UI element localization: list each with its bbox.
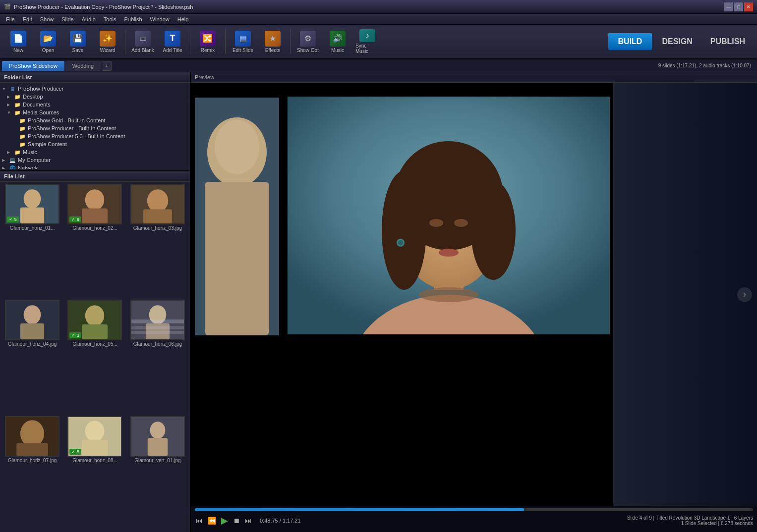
toolbar-new[interactable]: 📄 New: [4, 27, 33, 56]
menu-help[interactable]: Help: [174, 15, 193, 23]
progress-bar[interactable]: [195, 508, 753, 511]
btn-stop[interactable]: ⏹: [232, 516, 241, 526]
left-panel: Folder List ▼ 🖥 ProShow Producer ▶ 📁 Des…: [0, 72, 191, 532]
btn-step-back[interactable]: ⏪: [207, 516, 217, 526]
file-thumb-04[interactable]: Glamour_horiz_04.jpg: [2, 300, 62, 414]
file-thumb-03[interactable]: Glamour_horiz_03.jpg: [127, 184, 188, 298]
file-list-section: File List ✓ 5 Glamour_horiz_01...: [0, 171, 190, 532]
toolbar-sync-music-label: Sync Music: [355, 43, 379, 54]
app-icon: 🎬: [4, 3, 11, 10]
btn-skip-back[interactable]: ⏮: [195, 516, 204, 526]
toolbar-remix[interactable]: 🔀 Remix: [193, 27, 222, 56]
svg-point-25: [85, 421, 105, 441]
tree-label: ProShow Producer: [18, 86, 63, 92]
design-button[interactable]: DESIGN: [654, 33, 700, 50]
file-thumb-05[interactable]: ✓ 3 Glamour_horiz_05...: [64, 300, 125, 414]
toolbar-open[interactable]: 📂 Open: [34, 27, 62, 56]
btn-play[interactable]: ▶: [220, 514, 229, 527]
tree-label: My Computer: [18, 157, 51, 163]
tree-producer50-content[interactable]: ▶ 📁 ProShow Producer 5.0 - Built-In Cont…: [2, 132, 188, 140]
menu-show[interactable]: Show: [36, 15, 58, 23]
toolbar-effects[interactable]: ★ Effects: [258, 27, 287, 56]
toolbar-music[interactable]: 🔊 Music: [323, 27, 352, 56]
tab-proshow-slideshow[interactable]: ProShow Slideshow: [2, 61, 64, 71]
toolbar-show-opt-label: Show Opt: [297, 48, 319, 53]
svg-point-22: [20, 420, 44, 447]
thumb-img-07: [5, 416, 59, 457]
svg-rect-14: [82, 324, 108, 340]
folder-icon: 📁: [14, 149, 21, 156]
file-thumb-08[interactable]: ✓ 5 Glamour_horiz_08...: [64, 416, 125, 530]
toolbar-music-label: Music: [331, 48, 344, 53]
spacer: ▶: [12, 134, 17, 139]
tree-sample-content[interactable]: ▶ 📁 Sample Content: [2, 140, 188, 148]
thumb-img-02: ✓ 9: [67, 184, 122, 224]
btn-skip-forward[interactable]: ⏭: [244, 516, 253, 526]
file-thumb-01[interactable]: ✓ 5 Glamour_horiz_01...: [2, 184, 62, 298]
folder-tree[interactable]: ▼ 🖥 ProShow Producer ▶ 📁 Desktop ▶ 📁 Doc…: [0, 83, 190, 169]
file-list-header: File List: [0, 171, 190, 182]
tab-wedding[interactable]: Wedding: [65, 61, 101, 71]
file-thumb-06[interactable]: Glamour_horiz_06.jpg: [127, 300, 188, 414]
preview-area[interactable]: ›: [191, 83, 757, 506]
preview-nav-arrow[interactable]: ›: [737, 287, 752, 302]
toolbar-add-title-label: Add Title: [163, 48, 182, 53]
title-bar: 🎬 ProShow Producer - Evaluation Copy - P…: [0, 0, 757, 14]
svg-point-44: [398, 240, 403, 245]
tree-music[interactable]: ▶ 📁 Music: [2, 148, 188, 156]
svg-rect-32: [205, 182, 269, 335]
file-thumb-vert01[interactable]: Glamour_vert_01.jpg: [127, 416, 188, 530]
build-design-publish: BUILD DESIGN PUBLISH: [608, 33, 753, 50]
minimize-button[interactable]: —: [724, 2, 733, 11]
svg-rect-2: [20, 208, 44, 224]
close-button[interactable]: ✕: [744, 2, 753, 11]
menu-window[interactable]: Window: [146, 15, 174, 23]
tree-media-sources[interactable]: ▼ 📁 Media Sources: [2, 108, 188, 116]
menu-audio[interactable]: Audio: [78, 15, 100, 23]
tree-network[interactable]: ▶ 🌐 Network: [2, 164, 188, 169]
toolbar-show-opt[interactable]: ⚙ Show Opt: [293, 27, 322, 56]
network-icon: 🌐: [9, 164, 16, 169]
tree-label: Desktop: [23, 94, 43, 100]
toolbar-add-blank-label: Add Blank: [131, 48, 154, 53]
toolbar-add-blank[interactable]: ▭ Add Blank: [128, 27, 157, 56]
tree-documents[interactable]: ▶ 📁 Documents: [2, 101, 188, 108]
tree-producer-content[interactable]: ▶ 📁 ProShow Producer - Built-In Content: [2, 124, 188, 132]
svg-rect-23: [16, 443, 48, 456]
tree-label: Music: [23, 149, 37, 155]
toolbar: 📄 New 📂 Open 💾 Save ✨ Wizard ▭ Add Blank…: [0, 25, 757, 59]
toolbar-edit-slide[interactable]: ▤ Edit Slide: [229, 27, 257, 56]
publish-button[interactable]: PUBLISH: [702, 33, 753, 50]
thumb-img-08: ✓ 5: [67, 416, 122, 457]
tree-label: ProShow Gold - Built-In Content: [28, 117, 106, 123]
toolbar-save[interactable]: 💾 Save: [63, 27, 92, 56]
toolbar-sync-music[interactable]: ♪ Sync Music: [353, 27, 382, 56]
toolbar-wizard[interactable]: ✨ Wizard: [93, 27, 122, 56]
arrow-icon: ▶: [7, 150, 12, 155]
menu-edit[interactable]: Edit: [19, 15, 36, 23]
build-button[interactable]: BUILD: [608, 33, 652, 50]
menu-publish[interactable]: Publish: [120, 15, 146, 23]
tree-mycomputer[interactable]: ▶ 💻 My Computer: [2, 156, 188, 164]
svg-point-46: [439, 249, 459, 257]
svg-rect-8: [143, 210, 172, 224]
tree-gold-content[interactable]: ▶ 📁 ProShow Gold - Built-In Content: [2, 116, 188, 124]
file-thumb-02[interactable]: ✓ 9 Glamour_horiz_02...: [64, 184, 125, 298]
menu-file[interactable]: File: [2, 15, 19, 23]
toolbar-add-title[interactable]: T Add Title: [158, 27, 187, 56]
time-display: 0:48.75 / 1:17.21: [260, 518, 301, 524]
preview-header: Preview: [191, 72, 757, 83]
menu-tools[interactable]: Tools: [100, 15, 120, 23]
app-title: 🎬 ProShow Producer - Evaluation Copy - P…: [4, 3, 193, 10]
maximize-button[interactable]: □: [734, 2, 743, 11]
svg-rect-20: [131, 331, 184, 334]
tree-desktop[interactable]: ▶ 📁 Desktop: [2, 93, 188, 101]
tab-add-button[interactable]: +: [102, 61, 112, 71]
sync-music-icon: ♪: [359, 29, 375, 42]
menu-slide[interactable]: Slide: [58, 15, 77, 23]
tree-proshow-producer[interactable]: ▼ 🖥 ProShow Producer: [2, 85, 188, 93]
main-area: Folder List ▼ 🖥 ProShow Producer ▶ 📁 Des…: [0, 72, 757, 532]
file-thumb-07[interactable]: Glamour_horiz_07.jpg: [2, 416, 62, 530]
folder-gold-icon: 📁: [19, 133, 26, 140]
tree-label: ProShow Producer 5.0 - Built-In Content: [28, 133, 125, 139]
